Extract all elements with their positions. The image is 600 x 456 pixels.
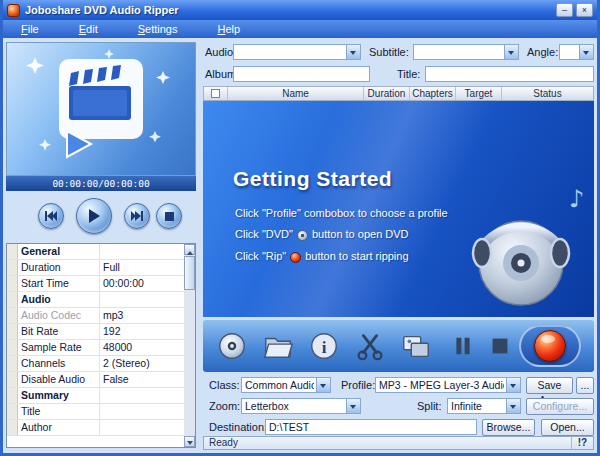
file-info-button[interactable]: i [307, 329, 341, 363]
destination-field[interactable] [265, 419, 477, 435]
profile-combo[interactable]: MP3 - MPEG Layer-3 Audio (*.mp3 [375, 377, 521, 393]
close-button[interactable]: × [576, 3, 593, 17]
row-gutter [7, 404, 18, 419]
chevron-down-icon[interactable] [346, 45, 360, 59]
class-combo[interactable]: Common Audio [241, 377, 331, 393]
class-combo-value: Common Audio [245, 379, 314, 391]
row-gutter [7, 308, 18, 323]
chevron-down-icon[interactable] [506, 399, 520, 413]
chevron-down-icon[interactable] [506, 378, 520, 392]
property-value: 192 [100, 324, 184, 339]
rip-button[interactable] [519, 325, 581, 367]
headphones-illustration: ♪ [455, 181, 589, 309]
column-header-chapters[interactable]: Chapters [410, 87, 456, 100]
effect-button[interactable] [399, 329, 433, 363]
property-label: Channels [18, 356, 100, 371]
title-field[interactable] [425, 66, 594, 82]
row-gutter [7, 292, 18, 307]
getting-started-panel: Getting Started Click "Profile" combobox… [203, 101, 594, 317]
menu-settings[interactable]: Settings [138, 23, 178, 35]
property-row-duration[interactable]: Duration Full [7, 260, 184, 276]
property-row-general[interactable]: General [7, 244, 184, 260]
property-row-disable-audio[interactable]: Disable Audio False [7, 372, 184, 388]
property-value [100, 420, 184, 435]
dvd-mini-icon [297, 230, 308, 241]
stop-playback-button[interactable] [156, 203, 182, 229]
property-row-title[interactable]: Title [7, 404, 184, 420]
open-button[interactable]: Open... [541, 419, 594, 436]
menu-bar: File Edit Settings Help [3, 20, 597, 38]
property-row-audio[interactable]: Audio [7, 292, 184, 308]
browse-button[interactable]: Browse... [482, 419, 535, 436]
step-text: Click "Profile" combobox to choose a pro… [235, 207, 448, 219]
save-as-button[interactable]: Save As... [526, 377, 573, 394]
subtitle-combo[interactable] [413, 44, 519, 60]
property-row-bit-rate[interactable]: Bit Rate 192 [7, 324, 184, 340]
menu-file[interactable]: File [21, 23, 39, 35]
app-icon [7, 4, 20, 17]
minimize-button[interactable]: – [556, 3, 573, 17]
getting-started-step-2: Click "DVD"button to open DVD [235, 228, 413, 241]
column-header-status[interactable]: Status [502, 87, 593, 100]
profile-combo-value: MP3 - MPEG Layer-3 Audio (*.mp3 [379, 379, 504, 391]
property-value [100, 388, 184, 403]
chevron-down-icon[interactable] [346, 399, 360, 413]
angle-combo[interactable] [559, 44, 594, 60]
step-text: Click "Rip" [235, 250, 286, 262]
chevron-down-icon[interactable] [504, 45, 518, 59]
audio-label: Audio: [205, 44, 236, 60]
split-combo[interactable]: Infinite [447, 398, 521, 414]
audio-combo[interactable] [233, 44, 361, 60]
status-bar: Ready !? [203, 436, 594, 450]
music-note-icon: ♪ [569, 185, 584, 213]
property-row-sample-rate[interactable]: Sample Rate 48000 [7, 340, 184, 356]
scroll-up-icon[interactable] [184, 244, 195, 255]
next-button[interactable] [124, 203, 150, 229]
property-row-summary[interactable]: Summary [7, 388, 184, 404]
property-row-audio-codec[interactable]: Audio Codec mp3 [7, 308, 184, 324]
select-all-cell[interactable] [204, 87, 228, 100]
scrollbar-thumb[interactable] [184, 256, 195, 290]
configure-button[interactable]: Configure... [526, 398, 594, 415]
previous-button[interactable] [38, 203, 64, 229]
pause-icon [449, 332, 477, 360]
menu-help[interactable]: Help [217, 23, 240, 35]
property-row-author[interactable]: Author [7, 420, 184, 436]
row-gutter [7, 324, 18, 339]
menu-edit[interactable]: Edit [79, 23, 98, 35]
status-help-badge[interactable]: !? [571, 437, 593, 449]
property-row-channels[interactable]: Channels 2 (Stereo) [7, 356, 184, 372]
stop-button[interactable] [483, 329, 517, 363]
record-icon [534, 330, 566, 362]
title-bar[interactable]: Joboshare DVD Audio Ripper – × [3, 0, 597, 20]
chevron-down-icon[interactable] [316, 378, 330, 392]
zoom-combo[interactable]: Letterbox [241, 398, 361, 414]
stop-icon [486, 332, 514, 360]
status-text: Ready [209, 437, 238, 449]
column-header-target[interactable]: Target [456, 87, 502, 100]
property-value: mp3 [100, 308, 184, 323]
property-label: Bit Rate [18, 324, 100, 339]
getting-started-step-1: Click "Profile" combobox to choose a pro… [235, 207, 452, 219]
chevron-down-icon[interactable] [579, 45, 593, 59]
properties-scrollbar[interactable] [184, 244, 195, 447]
column-header-duration[interactable]: Duration [364, 87, 410, 100]
property-value: 2 (Stereo) [100, 356, 184, 371]
svg-text:i: i [322, 338, 327, 357]
column-header-name[interactable]: Name [228, 87, 364, 100]
scroll-down-icon[interactable] [184, 436, 195, 447]
open-file-button[interactable] [261, 329, 295, 363]
pause-button[interactable] [446, 329, 480, 363]
property-label: Title [18, 404, 100, 419]
open-dvd-button[interactable] [215, 329, 249, 363]
property-value [100, 244, 184, 259]
select-all-checkbox[interactable] [211, 89, 220, 98]
play-button[interactable] [76, 198, 112, 234]
properties-panel: General Duration Full Start Time 00:00:0… [6, 243, 196, 448]
clip-button[interactable] [353, 329, 387, 363]
property-row-start-time[interactable]: Start Time 00:00:00 [7, 276, 184, 292]
more-button[interactable]: ... [576, 377, 594, 394]
play-icon [88, 209, 100, 223]
property-value: Full [100, 260, 184, 275]
album-field[interactable] [233, 66, 370, 82]
